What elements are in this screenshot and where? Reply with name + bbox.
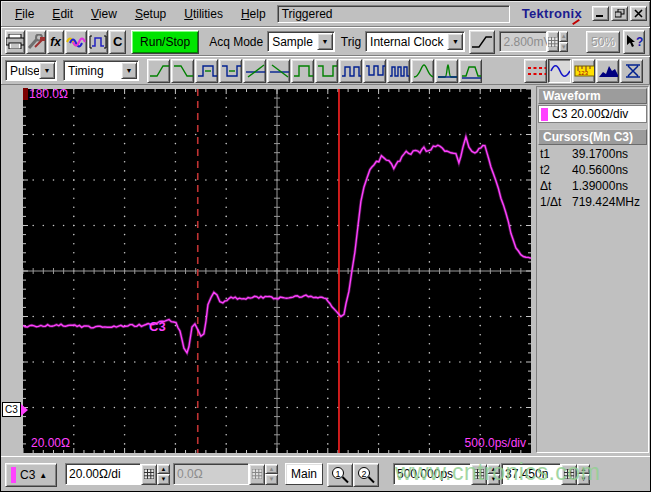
menu-bar: File Edit View Setup Utilities Help Trig…: [1, 1, 650, 27]
application-window: File Edit View Setup Utilities Help Trig…: [0, 0, 651, 492]
mask-button[interactable]: [620, 59, 643, 83]
spin-down-icon: ▼: [265, 474, 278, 485]
cursors-header: Cursors(Mn C3): [538, 129, 647, 145]
positive-width-button[interactable]: [195, 59, 218, 83]
positive-pulse-button[interactable]: [291, 59, 314, 83]
horizontal-position-field[interactable]: 37.450n: [501, 463, 561, 485]
set-level-50-button: 50%: [586, 31, 620, 53]
rising-crossing-button[interactable]: [243, 59, 266, 83]
trig-source-select[interactable]: Internal Clock ▼: [365, 31, 465, 52]
spin-down-icon[interactable]: ▼: [157, 474, 170, 485]
measure-category-select[interactable]: Pulse ▼: [5, 60, 57, 81]
peak-narrow-button[interactable]: [435, 59, 458, 83]
restore-button[interactable]: [611, 6, 628, 21]
menu-view[interactable]: View: [82, 5, 126, 23]
cursor-readout-row: 1/Δt719.424MHz: [538, 194, 647, 209]
peak-button[interactable]: [411, 59, 434, 83]
menu-help[interactable]: Help: [232, 5, 275, 23]
zoom-2-button[interactable]: 2: [353, 463, 379, 487]
svg-text:?: ?: [636, 35, 643, 49]
horizontal-position-spinner[interactable]: ▲ ▼: [577, 464, 590, 485]
chevron-down-icon[interactable]: ▼: [447, 33, 463, 50]
positive-burst-button[interactable]: [339, 59, 362, 83]
cursors-button[interactable]: [524, 59, 547, 83]
svg-text:2: 2: [362, 469, 367, 479]
trigger-status: Triggered: [277, 5, 510, 23]
keypad-icon[interactable]: [141, 464, 157, 485]
falling-crossing-button[interactable]: [267, 59, 290, 83]
acq-mode-select[interactable]: Sample ▼: [267, 31, 335, 52]
trig-label: Trig: [341, 35, 361, 49]
zoom-1-button[interactable]: 1: [327, 463, 353, 487]
chevron-down-icon[interactable]: ▼: [39, 62, 55, 79]
trigger-slope-button[interactable]: [469, 30, 495, 54]
negative-pulse-icon: [316, 63, 337, 79]
channel-ground-marker[interactable]: C3: [2, 402, 28, 417]
menu-edit[interactable]: Edit: [43, 5, 82, 23]
clear-button[interactable]: C: [109, 30, 126, 54]
keypad-icon[interactable]: [561, 464, 577, 485]
pulse-train-button[interactable]: [387, 59, 410, 83]
waveform-list-item[interactable]: C3 20.00Ω/div: [538, 105, 647, 123]
cursor-readouts: t139.1700nst240.5600nsΔt1.39000ns1/Δt719…: [538, 146, 647, 209]
vertical-scale-spinner[interactable]: ▲ ▼: [157, 464, 170, 485]
spin-up-icon[interactable]: ▲: [157, 464, 170, 475]
peak-icon: [412, 63, 433, 79]
menu-setup[interactable]: Setup: [126, 5, 175, 23]
waveform-colors-button[interactable]: [65, 30, 87, 54]
tools-button[interactable]: [26, 30, 46, 54]
spin-down-icon[interactable]: ▼: [577, 474, 590, 485]
negative-width-button[interactable]: [219, 59, 242, 83]
histogram-icon: [597, 63, 618, 79]
bottom-control-bar: C3 ▲ 20.00Ω/di ▲ ▼ 0.0Ω ▲ ▼ Main: [1, 456, 650, 491]
spin-up-icon[interactable]: ▲: [577, 464, 590, 475]
rise-time-button[interactable]: [147, 59, 170, 83]
measurement-bar-button[interactable]: 123: [572, 59, 595, 83]
acquisition-toolbar: fx C Run/Stop Acq Mode Sample ▼ Trig Int…: [1, 27, 650, 56]
positive-pulse-icon: [292, 63, 313, 79]
keypad-icon[interactable]: [471, 464, 487, 485]
acq-mode-label: Acq Mode: [209, 35, 263, 49]
waveform-display-button[interactable]: [548, 59, 571, 83]
keypad-icon: [547, 31, 559, 52]
top-scale-label: 180.0Ω: [29, 87, 68, 101]
horizontal-scale-field[interactable]: 500.000ps: [393, 463, 471, 485]
vertical-scale-field[interactable]: 20.00Ω/di: [65, 463, 141, 485]
chevron-down-icon[interactable]: ▼: [317, 33, 333, 50]
menu-file[interactable]: File: [6, 5, 43, 23]
print-button[interactable]: [5, 30, 25, 54]
fall-time-button[interactable]: [171, 59, 194, 83]
histogram-button[interactable]: [596, 59, 619, 83]
timebase-main-button[interactable]: Main: [285, 463, 323, 485]
peak-narrow-icon: [436, 63, 457, 79]
close-button[interactable]: [630, 6, 647, 21]
channel-select-button[interactable]: C3 ▲: [5, 463, 57, 487]
negative-burst-button[interactable]: [363, 59, 386, 83]
spin-down-icon[interactable]: ▼: [487, 474, 500, 485]
measurement-toolbar: Pulse ▼ Timing ▼ 123: [1, 56, 650, 85]
plot-area[interactable]: C3: [23, 89, 531, 453]
cursor-readout-row: t139.1700ns: [538, 146, 647, 161]
negative-pulse-button[interactable]: [315, 59, 338, 83]
marker-arrow-icon: [21, 404, 28, 416]
negative-burst-icon: [364, 63, 385, 79]
chevron-down-icon[interactable]: ▼: [121, 62, 137, 79]
vertical-reference-marker[interactable]: [23, 88, 28, 100]
cursors-icon: [525, 63, 546, 79]
menu-up-icon: ▲: [39, 471, 47, 480]
readout-value: 40.5600ns: [572, 163, 628, 177]
keypad-icon: [249, 464, 265, 485]
rising-crossing-icon: [244, 63, 265, 79]
spin-up-icon[interactable]: ▲: [487, 464, 500, 475]
measure-type-select[interactable]: Timing ▼: [63, 60, 139, 81]
context-help-button[interactable]: ?: [623, 30, 645, 54]
math-fx-button[interactable]: fx: [47, 30, 64, 54]
negative-width-icon: [220, 63, 241, 79]
vertical-setup-button[interactable]: [88, 30, 108, 54]
horizontal-scale-spinner[interactable]: ▲ ▼: [487, 464, 500, 485]
flat-top-button[interactable]: [459, 59, 482, 83]
readout-value: 719.424MHz: [572, 195, 640, 209]
menu-utilities[interactable]: Utilities: [175, 5, 232, 23]
run-stop-button[interactable]: Run/Stop: [131, 30, 199, 54]
minimize-button[interactable]: [592, 6, 609, 21]
